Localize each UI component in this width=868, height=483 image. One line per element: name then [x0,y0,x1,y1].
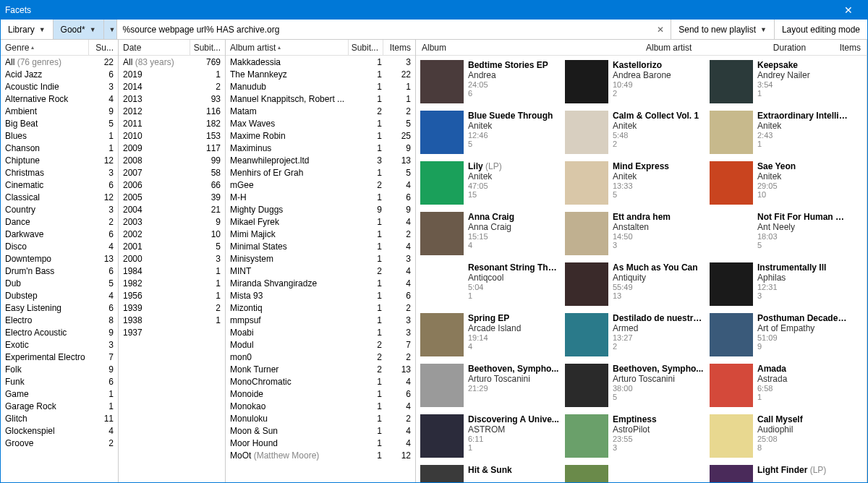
list-item[interactable]: Manuel Knappitsch, Robert ...11 [226,93,415,105]
album-card[interactable]: Anna CraigAnna Craig15:154 [419,210,563,261]
list-item[interactable]: Experimental Electro7 [1,351,118,363]
list-item[interactable]: 20142 [119,80,225,93]
album-card[interactable]: Not Fit For Human C...Ant Neely18:035 [708,210,853,261]
list-item[interactable]: mon022 [226,351,415,363]
list-item[interactable]: 200666 [119,179,225,191]
list-item[interactable]: Moon & Sun14 [226,424,415,437]
duration-header[interactable]: Duration [754,43,825,53]
album-card[interactable]: Extraordinary Intellig...Anitek2:431 [708,109,853,160]
list-item[interactable]: 20039 [119,215,225,228]
list-item[interactable]: MoOt (Matthew Moore)112 [226,449,415,461]
list-item[interactable]: Acid Jazz6 [1,68,118,80]
list-item[interactable]: 2010153 [119,129,225,142]
list-item[interactable]: 19841 [119,265,225,277]
list-item[interactable]: Classical12 [1,191,118,203]
date-count-header[interactable]: Subit... [190,40,225,55]
list-item[interactable]: 200758 [119,166,225,179]
list-item[interactable]: Alternative Rock4 [1,93,118,105]
list-item[interactable]: Mizontiq12 [226,302,415,314]
send-to-playlist-button[interactable]: Send to new playlist ▼ [671,20,775,39]
list-item[interactable]: 200899 [119,154,225,166]
list-item[interactable]: All (83 years)769 [119,56,225,68]
list-item[interactable]: 19381 [119,314,225,326]
list-item[interactable]: Monk Turner213 [226,363,415,375]
album-card[interactable]: Spring EPArcade Island19:144 [419,312,563,362]
list-item[interactable]: 20015 [119,240,225,252]
list-item[interactable]: 2011182 [119,117,225,129]
album-card[interactable]: Bedtime Stories EPAndrea24:056 [419,59,563,109]
list-item[interactable]: 200421 [119,203,225,215]
list-item[interactable]: Electro Acoustic9 [1,326,118,338]
list-item[interactable]: Glitch11 [1,412,118,424]
album-card[interactable]: EmptinessAstroPilot23:553 [563,413,708,463]
genre-list[interactable]: All (76 genres)22Acid Jazz6Acoustic Indi… [1,56,118,482]
album-card[interactable]: Light Finder (LP) [708,463,853,482]
date-header[interactable]: Date [119,40,190,55]
list-item[interactable]: Miranda Shvangiradze14 [226,277,415,289]
artist-list[interactable]: Makkadessia13The Mannkeyz122Manudub11Man… [226,56,415,482]
list-item[interactable]: Disco4 [1,240,118,252]
list-item[interactable]: Menhirs of Er Grah15 [226,166,415,179]
list-item[interactable]: mGee24 [226,179,415,191]
list-item[interactable]: Dance2 [1,215,118,228]
album-card[interactable]: Call MyselfAudiophil25:088 [708,413,853,463]
list-item[interactable]: 201393 [119,93,225,105]
list-item[interactable]: Cinematic6 [1,179,118,191]
list-item[interactable]: Makkadessia13 [226,56,415,68]
good-filter-button[interactable]: Good* ▼ [54,20,104,39]
list-item[interactable]: MonoChromatic14 [226,375,415,388]
album-grid[interactable]: Bedtime Stories EPAndrea24:056Kastellori… [416,56,867,482]
list-item[interactable]: Garage Rock1 [1,400,118,412]
genre-count-header[interactable]: Su... [89,40,118,55]
list-item[interactable]: 19561 [119,289,225,302]
artist-items-header[interactable]: Items [383,40,415,55]
album-artist-header[interactable]: Album artist [646,43,754,53]
list-item[interactable]: Chanson1 [1,142,118,154]
clear-icon[interactable]: ✕ [653,25,668,35]
list-item[interactable]: 1937 [119,326,225,338]
album-card[interactable]: Mind ExpressAnitek13:335 [563,160,708,210]
list-item[interactable]: Game1 [1,388,118,400]
list-item[interactable]: 2012116 [119,105,225,117]
list-item[interactable]: Folk9 [1,363,118,375]
album-card[interactable]: KeepsakeAndrey Nailer3:541 [708,59,853,109]
list-item[interactable]: Drum'n Bass6 [1,265,118,277]
list-item[interactable]: 20191 [119,68,225,80]
album-card[interactable]: Blue Suede ThroughAnitek12:465 [419,109,563,160]
list-item[interactable]: Modul27 [226,338,415,351]
album-card[interactable]: Ett andra hemAnstalten14:503 [563,210,708,261]
list-item[interactable]: Ambient9 [1,105,118,117]
list-item[interactable]: Glockenspiel4 [1,424,118,437]
list-item[interactable]: Mimi Majick12 [226,228,415,240]
list-item[interactable]: Maxime Robin125 [226,129,415,142]
list-item[interactable]: Minimal States14 [226,240,415,252]
list-item[interactable]: All (76 genres)22 [1,56,118,68]
list-item[interactable]: 200210 [119,228,225,240]
list-item[interactable]: Monokao14 [226,400,415,412]
list-item[interactable]: The Mannkeyz122 [226,68,415,80]
list-item[interactable]: 2009117 [119,142,225,154]
list-item[interactable]: Acoustic Indie3 [1,80,118,93]
list-item[interactable]: Moor Hound14 [226,437,415,449]
genre-header[interactable]: Genre▴ [1,40,89,55]
list-item[interactable]: Mista 9316 [226,289,415,302]
album-card[interactable]: Posthuman Decaden...Art of Empathy51:099 [708,312,853,362]
close-icon[interactable]: ✕ [834,4,863,16]
album-card[interactable]: Calm & Collect Vol. 1Anitek5:482 [563,109,708,160]
list-item[interactable]: Funk6 [1,375,118,388]
album-card[interactable]: Beethoven, Sympho...Arturo Toscanini21:2… [419,362,563,413]
album-card[interactable]: Hit & Sunk [419,463,563,482]
list-item[interactable]: Moabi13 [226,326,415,338]
album-card[interactable]: Resonant String The...Antiqcool5:041 [419,261,563,312]
list-item[interactable]: Country3 [1,203,118,215]
album-header[interactable]: Album [422,43,646,53]
list-item[interactable]: 19392 [119,302,225,314]
album-card[interactable]: Sae YeonAnitek29:0510 [708,160,853,210]
list-item[interactable]: Electro8 [1,314,118,326]
album-card[interactable]: As Much as You CanAntiquity55:4913 [563,261,708,312]
good-filter-split[interactable]: ▼ [104,20,117,39]
layout-edit-button[interactable]: Layout editing mode [775,20,867,39]
list-item[interactable]: Dubstep4 [1,289,118,302]
list-item[interactable]: Maximinus19 [226,142,415,154]
album-card[interactable]: Destilado de nuestra ...Armed13:272 [563,312,708,362]
